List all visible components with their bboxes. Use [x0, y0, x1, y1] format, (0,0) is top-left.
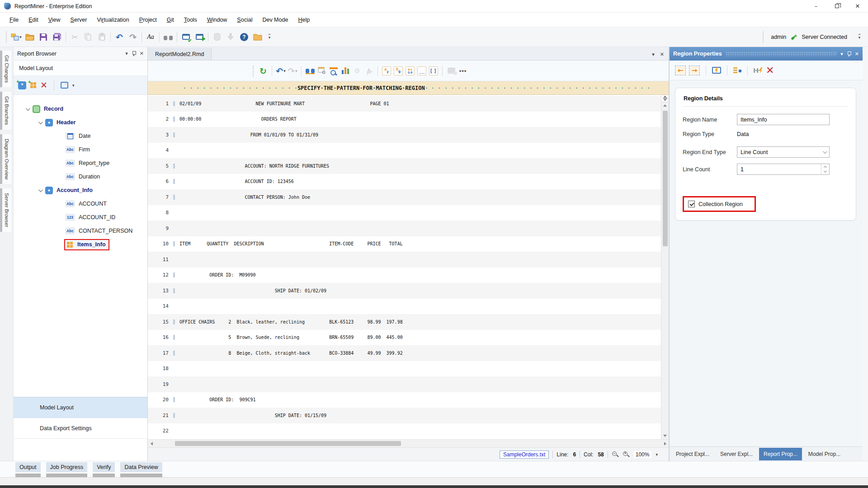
line-text[interactable]: ACCOUNT: NORTH RIDGE FURNITURES [173, 164, 329, 169]
line-text[interactable]: OFFICE CHAIRS 2 Black, leather, reclinin… [173, 319, 403, 324]
toolbar-grip[interactable] [5, 31, 8, 43]
horizontal-scrollbar[interactable] [148, 439, 669, 447]
tree-item[interactable]: Duration [14, 170, 147, 183]
report-line[interactable]: 18 [148, 361, 661, 377]
report-line[interactable]: 14 [148, 299, 661, 314]
paste-button[interactable] [96, 31, 108, 43]
save-button[interactable] [38, 31, 49, 43]
report-line[interactable]: 9 [148, 221, 661, 236]
toolbar-overflow-button[interactable]: ▾ [264, 31, 275, 43]
chevron-down-icon[interactable] [23, 108, 32, 111]
restore-button[interactable] [826, 0, 847, 12]
tree-item[interactable]: CONTACT_PERSON [14, 224, 147, 238]
side-tab[interactable]: Diagram Overview [0, 134, 13, 184]
redo-button[interactable]: ↷▾ [287, 65, 298, 77]
auto-parse-button[interactable] [754, 67, 763, 74]
region-end-type-select[interactable]: Line Count [737, 146, 830, 158]
minimize-button[interactable]: – [806, 0, 826, 12]
report-line[interactable]: 21 SHIP DATE: 01/15/09 [148, 408, 661, 423]
options-gear-button[interactable]: ⚙ [351, 65, 363, 77]
refresh-button[interactable]: ↻ [257, 65, 269, 77]
chevron-down-icon[interactable]: ▾ [656, 452, 658, 457]
deploy-button[interactable] [225, 31, 236, 43]
report-line[interactable]: 10 ITEM QUANTITY DESCRIPTION ITEM-CODE P… [148, 236, 661, 252]
report-line[interactable]: 13 SHIP DATE: 01/02/09 [148, 283, 661, 299]
chevron-down-icon[interactable]: ▾ [652, 52, 655, 57]
report-line[interactable]: 6 ACCOUNT ID: 123456 [148, 174, 661, 190]
save-all-button[interactable] [51, 31, 63, 43]
tree-item[interactable]: ACCOUNT_ID [14, 211, 147, 224]
help-button[interactable]: ? [238, 31, 250, 43]
open-button[interactable] [24, 31, 36, 43]
line-text[interactable]: FROM 01/01/09 TO 01/31/09 [173, 132, 318, 137]
line-text[interactable]: 00:00:00 ORDERS REPORT [173, 117, 297, 122]
properties-tab[interactable]: Server Expl... [716, 448, 757, 460]
pattern-numbers-button[interactable]: 09 [392, 65, 404, 77]
line-text[interactable]: ITEM QUANTITY DESCRIPTION ITEM-CODE PRIC… [173, 241, 403, 246]
scroll-up-arrow[interactable] [663, 104, 667, 107]
region-list-button[interactable] [445, 65, 457, 77]
chevron-down-icon[interactable]: ▾ [125, 51, 128, 56]
new-model-button[interactable]: ▾ [10, 31, 22, 43]
chevron-down-icon[interactable] [35, 189, 44, 192]
properties-tab[interactable]: Report Prop... [759, 448, 802, 460]
close-icon[interactable]: ✕ [140, 51, 144, 56]
line-count-input[interactable] [737, 164, 821, 174]
spin-up-icon[interactable] [824, 166, 827, 169]
menu-item[interactable]: File [5, 13, 24, 27]
pattern-settings-button[interactable] [316, 65, 328, 77]
copy-button[interactable] [82, 31, 94, 43]
line-text[interactable]: SHIP DATE: 01/02/09 [173, 288, 326, 293]
tree-item[interactable]: Firm [14, 143, 147, 156]
tree-item[interactable]: ACCOUNT [14, 197, 147, 211]
run-button[interactable] [193, 31, 205, 43]
tree-item[interactable]: Header [14, 116, 147, 129]
database-button[interactable] [211, 31, 223, 43]
line-count-stepper[interactable] [737, 164, 830, 175]
pattern-letters-button[interactable]: az [381, 65, 392, 77]
font-button[interactable]: Aa [145, 31, 156, 43]
find-pattern-button[interactable] [304, 65, 316, 77]
document-tab[interactable]: ReportModel2.Rmd [148, 48, 212, 60]
menu-item[interactable]: Server [66, 13, 92, 27]
menu-item[interactable]: Window [202, 13, 232, 27]
report-line[interactable]: 19 [148, 376, 661, 392]
pattern-alphanumeric-button[interactable]: a-z0-9 [404, 65, 416, 77]
menu-item[interactable]: View [43, 13, 66, 27]
add-field-button[interactable] [30, 82, 37, 89]
chevron-down-icon[interactable] [35, 121, 44, 124]
report-line[interactable]: 3 FROM 01/01/09 TO 01/31/09 [148, 127, 661, 143]
close-icon[interactable]: ✕ [855, 51, 859, 57]
report-line[interactable]: 12 ORDER ID: M09090 [148, 267, 661, 283]
bottom-tab[interactable]: Job Progress [46, 462, 88, 477]
report-line[interactable]: 1 02/01/09 NEW FURTINURE MART PAGE 01 [148, 96, 661, 112]
verify-button[interactable] [180, 31, 192, 43]
add-region-button[interactable]: * [18, 81, 26, 89]
scrollbar-thumb[interactable] [663, 111, 668, 246]
properties-tab[interactable]: Model Prop... [804, 448, 845, 460]
side-tab[interactable]: Server Browser [0, 188, 13, 232]
toolbar-options-button[interactable]: ▾ [854, 31, 865, 43]
chart-button[interactable] [340, 65, 351, 77]
close-icon[interactable]: ✕ [660, 52, 664, 57]
tree-item[interactable]: Report_type [14, 156, 147, 170]
menu-item[interactable]: Dev Mode [257, 13, 293, 27]
chevron-down-icon[interactable]: ▾ [72, 83, 75, 88]
bottom-tab[interactable]: Output [15, 462, 41, 477]
report-line[interactable]: 4 [148, 143, 661, 159]
export-button[interactable] [61, 82, 68, 89]
bottom-tab[interactable]: Data Preview [120, 462, 162, 477]
undo-button[interactable]: ↶ [113, 31, 125, 43]
tree-item[interactable]: Account_Info [14, 183, 147, 197]
zoom-out-button[interactable]: – [612, 451, 619, 458]
line-text[interactable]: 8 Beige, Cloth, straight-back BCO-33884 … [173, 351, 403, 356]
menu-item[interactable]: Tools [179, 13, 202, 27]
report-line[interactable]: 2 00:00:00 ORDERS REPORT [148, 112, 661, 127]
undo-button[interactable]: ↶▾ [275, 65, 287, 77]
model-layout-view-button[interactable]: Model Layout [14, 397, 147, 418]
menu-item[interactable]: Virtualization [92, 13, 134, 27]
chevron-down-icon[interactable]: ▾ [840, 51, 843, 57]
previous-region-button[interactable]: ← [675, 66, 686, 75]
line-text[interactable]: 5 Brown, Suede, reclining BRN-65509 89.0… [173, 335, 403, 340]
report-line[interactable]: 16 5 Brown, Suede, reclining BRN-65509 8… [148, 330, 661, 346]
